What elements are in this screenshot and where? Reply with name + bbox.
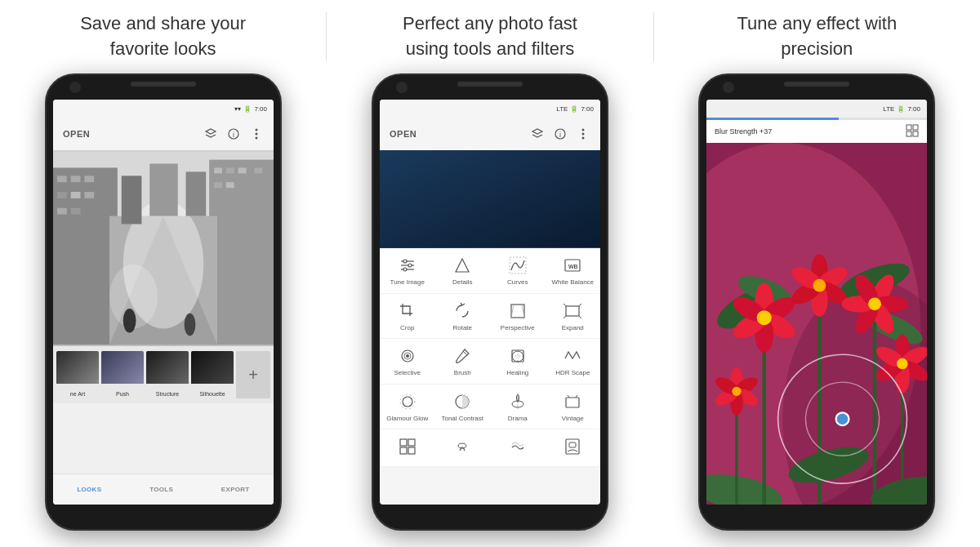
look-thumb-img-3 [146,351,189,384]
svg-point-36 [582,137,585,140]
svg-point-2 [256,129,258,131]
phone1-bottom-tabs: LOOKS TOOLS EXPORT [53,474,274,505]
svg-point-114 [732,387,741,396]
time-display: 7:00 [254,105,267,113]
phone-1-screen: ▾▾ 🔋 7:00 OPEN [53,100,274,505]
p3-time: 7:00 [907,105,920,113]
svg-point-52 [406,354,409,358]
svg-rect-8 [57,176,67,182]
svg-point-3 [256,133,258,136]
tool-curves[interactable]: Curves [490,248,546,294]
looks-strip: ne Art Push Structure Silhouette + [53,346,274,403]
svg-point-107 [868,297,881,310]
info-icon[interactable]: i [226,127,241,141]
p3-battery-icon: 🔋 [897,105,905,113]
p2-info-icon[interactable]: i [553,127,568,141]
tonal-label: Tonal Contrast [441,415,483,423]
tool-tune-image[interactable]: Tune Image [380,248,435,294]
svg-rect-70 [906,131,911,136]
phone2-status-bar: LTE 🔋 7:00 [380,100,600,118]
tool-brush[interactable]: Brush [435,339,491,385]
look-label-3: Structure [146,391,189,397]
look-thumb-2[interactable]: Push [101,351,144,398]
svg-rect-19 [238,167,247,173]
tool-healing[interactable]: Healing [490,339,546,385]
svg-point-93 [757,310,772,325]
svg-rect-20 [254,167,262,173]
tools-grid: Tune Image Details [380,248,600,467]
hdr-label: HDR Scape [555,369,590,377]
svg-point-35 [582,133,585,136]
tab-looks[interactable]: LOOKS [77,486,101,493]
svg-point-124 [836,412,849,425]
tool-details[interactable]: Details [435,248,491,294]
phone-3-frame: LTE 🔋 7:00 Blur Strength +37 [698,73,935,531]
tool-tonal[interactable]: Tonal Contrast [435,385,491,430]
tool-misc1[interactable] [490,429,546,467]
phone1-open-button[interactable]: OPEN [63,129,90,139]
layers-icon[interactable] [203,127,218,141]
tool-hdr[interactable]: HDR Scape [546,339,601,385]
p2-layers-icon[interactable] [530,127,545,141]
tool-selective[interactable]: Selective [380,339,435,385]
drama-label: Drama [508,415,528,423]
tool-perspective[interactable]: Perspective [490,294,546,340]
phones-section: ▾▾ 🔋 7:00 OPEN [0,73,980,547]
svg-text:WB: WB [568,264,578,269]
phone1-toolbar-right: i [203,127,264,141]
vintage-label: Vintage [562,415,584,423]
look-add-button[interactable]: + [236,351,270,398]
curves-icon [507,255,528,276]
svg-rect-60 [566,398,579,407]
tool-crop[interactable]: Crop [380,294,435,340]
white-balance-icon: WB [562,255,583,276]
svg-rect-68 [906,125,911,130]
tool-vintage[interactable]: Vintage [546,385,601,430]
tab-tools[interactable]: TOOLS [149,486,173,493]
phone3-status-bar: LTE 🔋 7:00 [706,100,927,118]
svg-point-43 [408,264,412,267]
look-thumb-3[interactable]: Structure [146,351,189,398]
tool-glamour[interactable]: Glamour Glow [380,385,435,430]
portrait-icon [562,436,583,457]
brush-icon [452,345,473,367]
tool-portrait[interactable] [546,429,601,467]
phone2-open-button[interactable]: OPEN [390,129,416,139]
header-col-3: Tune any effect with precision [654,0,980,73]
header-text-2: Perfect any photo fast using tools and f… [403,11,577,62]
look-thumb-4[interactable]: Silhouette [191,351,234,398]
tool-fx[interactable] [435,429,491,467]
phone-2-col: LTE 🔋 7:00 OPEN [327,73,653,547]
tool-drama[interactable]: Drama [490,385,546,430]
tool-white-balance[interactable]: WB White Balance [546,248,601,294]
tab-export[interactable]: EXPORT [221,486,250,493]
look-label-4: Silhouette [191,391,234,397]
svg-rect-64 [408,447,415,454]
tool-grid[interactable] [380,429,435,467]
grid-view-icon[interactable] [906,124,919,139]
more-icon[interactable] [249,127,264,141]
svg-point-27 [123,309,136,333]
expand-icon [562,300,583,322]
tool-expand[interactable]: Expand [546,294,601,340]
phone2-photo [380,150,600,248]
svg-rect-61 [400,439,407,446]
selective-label: Selective [394,369,421,377]
precision-label: Blur Strength +37 [715,127,772,136]
svg-rect-30 [186,171,207,216]
svg-rect-69 [913,125,918,130]
hdr-icon [562,345,583,367]
look-thumb-1[interactable]: ne Art [56,351,99,398]
details-label: Details [452,278,472,287]
rotate-icon [452,300,473,322]
phone3-status-icons: LTE 🔋 7:00 [883,105,920,113]
svg-point-56 [403,397,412,407]
rotate-label: Rotate [452,324,472,332]
tool-rotate[interactable]: Rotate [435,294,491,340]
header-text-3: Tune any effect with precision [737,11,897,62]
p2-more-icon[interactable] [576,127,590,141]
p2-time: 7:00 [581,105,594,113]
svg-rect-18 [226,167,234,173]
perspective-icon [507,300,528,322]
crop-icon [397,300,418,322]
